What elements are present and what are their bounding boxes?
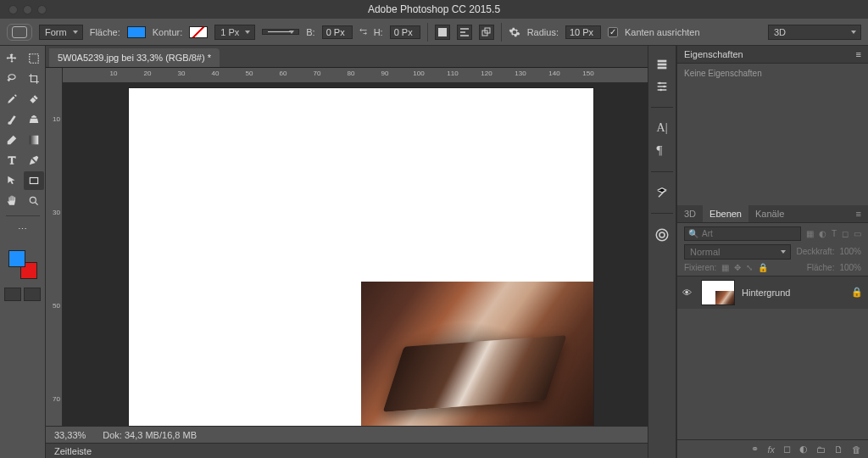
adjustments-panel-icon[interactable] bbox=[655, 80, 669, 93]
brush-tool[interactable] bbox=[2, 110, 22, 129]
eraser-tool[interactable] bbox=[2, 131, 22, 149]
edit-toolbar-button[interactable]: ⋯ bbox=[13, 220, 33, 238]
mode-dropdown[interactable]: Form bbox=[39, 25, 83, 40]
horizontal-ruler[interactable]: 1020 3040 5060 7080 90100 110120 130140 … bbox=[63, 68, 648, 83]
marquee-tool[interactable] bbox=[24, 49, 44, 68]
filter-type-icon[interactable]: T bbox=[832, 229, 837, 238]
layer-name[interactable]: Hintergrund bbox=[742, 288, 844, 298]
hand-tool[interactable] bbox=[2, 192, 22, 210]
timeline-panel-header[interactable]: Zeitleiste bbox=[46, 443, 648, 458]
document-tab-bar: 5W0A5239.jpg bei 33,3% (RGB/8#) * bbox=[46, 46, 648, 68]
blend-mode-dropdown[interactable]: Normal bbox=[684, 244, 791, 260]
lasso-tool[interactable] bbox=[2, 70, 22, 88]
clone-stamp-tool[interactable] bbox=[24, 110, 44, 129]
fill-swatch[interactable] bbox=[127, 26, 146, 38]
libraries-panel-icon[interactable] bbox=[654, 227, 670, 243]
zoom-level[interactable]: 33,33% bbox=[54, 430, 86, 440]
shape-width-input[interactable]: 0 Px bbox=[322, 25, 353, 39]
link-wh-icon[interactable]: ⥃ bbox=[359, 26, 367, 37]
height-label: H: bbox=[374, 27, 383, 37]
lock-artboard-icon[interactable]: ⤡ bbox=[746, 263, 753, 272]
radius-label: Radius: bbox=[527, 27, 559, 37]
stroke-width-dropdown[interactable]: 1 Px bbox=[214, 25, 255, 40]
stroke-swatch[interactable] bbox=[189, 26, 208, 38]
svg-point-9 bbox=[659, 82, 661, 85]
layer-row[interactable]: 👁 Hintergrund 🔒 bbox=[677, 276, 868, 309]
link-layers-icon[interactable]: ⚭ bbox=[751, 444, 759, 455]
path-arrangement-button[interactable] bbox=[479, 25, 494, 40]
timeline-label: Zeitleiste bbox=[54, 446, 92, 456]
new-layer-icon[interactable]: 🗋 bbox=[834, 444, 843, 455]
layer-mask-icon[interactable]: ◻ bbox=[783, 444, 791, 455]
lock-icon[interactable]: 🔒 bbox=[851, 287, 863, 298]
svg-rect-3 bbox=[29, 136, 38, 145]
svg-rect-4 bbox=[30, 178, 37, 184]
zoom-tool[interactable] bbox=[24, 192, 44, 210]
paragraph-panel-icon[interactable]: ¶ bbox=[657, 143, 668, 158]
document-canvas[interactable] bbox=[129, 88, 593, 426]
move-tool[interactable] bbox=[2, 49, 22, 68]
collapsed-panel-dock: A| ¶ bbox=[648, 46, 676, 458]
layer-style-icon[interactable]: fx bbox=[767, 444, 775, 455]
svg-point-12 bbox=[656, 229, 668, 241]
rectangle-tool[interactable] bbox=[24, 171, 44, 190]
right-panel-group: Eigenschaften ≡ Keine Eigenschaften 3D E… bbox=[676, 46, 868, 458]
foreground-background-colors[interactable] bbox=[8, 250, 37, 279]
delete-layer-icon[interactable]: 🗑 bbox=[852, 444, 861, 455]
shape-height-input[interactable]: 0 Px bbox=[390, 25, 420, 39]
document-size[interactable]: Dok: 34,3 MB/16,8 MB bbox=[103, 430, 197, 440]
tab-3d[interactable]: 3D bbox=[677, 205, 703, 222]
canvas[interactable] bbox=[63, 83, 648, 426]
visibility-toggle-icon[interactable]: 👁 bbox=[682, 288, 694, 298]
history-panel-icon[interactable] bbox=[655, 58, 669, 71]
layers-panel-tabs: 3D Ebenen Kanäle ≡ bbox=[677, 205, 868, 223]
character-panel-icon[interactable]: A| bbox=[657, 121, 668, 135]
group-icon[interactable]: 🗀 bbox=[816, 444, 826, 455]
opacity-value[interactable]: 100% bbox=[839, 247, 861, 256]
tool-preset-picker[interactable] bbox=[7, 24, 32, 41]
layers-panel-menu-icon[interactable]: ≡ bbox=[849, 205, 868, 222]
layer-thumbnail[interactable] bbox=[701, 280, 735, 305]
fill-opacity-value[interactable]: 100% bbox=[839, 263, 861, 272]
app-title: Adobe Photoshop CC 2015.5 bbox=[0, 3, 868, 15]
standard-mode-button[interactable] bbox=[4, 288, 21, 301]
settings-gear-icon[interactable] bbox=[509, 26, 520, 38]
foreground-color-swatch[interactable] bbox=[8, 250, 25, 267]
filter-smart-icon[interactable]: ▭ bbox=[854, 229, 861, 238]
filter-shape-icon[interactable]: ◻ bbox=[842, 229, 849, 238]
document-tab[interactable]: 5W0A5239.jpg bei 33,3% (RGB/8#) * bbox=[49, 48, 220, 67]
properties-panel-header[interactable]: Eigenschaften ≡ bbox=[677, 46, 868, 64]
align-edges-label: Kanten ausrichten bbox=[625, 27, 700, 37]
pen-tool[interactable] bbox=[24, 151, 44, 170]
modify-panel-icon[interactable] bbox=[655, 186, 669, 199]
workspace-switcher[interactable]: 3D bbox=[768, 25, 861, 40]
healing-brush-tool[interactable] bbox=[24, 90, 44, 109]
path-alignment-button[interactable] bbox=[457, 25, 472, 40]
tab-channels[interactable]: Kanäle bbox=[748, 205, 791, 222]
lock-pixels-icon[interactable]: ▦ bbox=[721, 263, 729, 272]
path-selection-tool[interactable] bbox=[2, 171, 22, 190]
tab-layers[interactable]: Ebenen bbox=[703, 205, 748, 222]
stroke-label: Kontur: bbox=[153, 27, 182, 37]
align-edges-checkbox[interactable] bbox=[608, 27, 618, 37]
filter-pixel-icon[interactable]: ▦ bbox=[806, 229, 814, 238]
radius-input[interactable]: 10 Px bbox=[565, 25, 601, 39]
adjustment-layer-icon[interactable]: ◐ bbox=[799, 444, 808, 455]
type-tool[interactable] bbox=[2, 151, 22, 170]
panel-menu-icon[interactable]: ≡ bbox=[856, 49, 861, 59]
stroke-style-dropdown[interactable] bbox=[262, 29, 299, 35]
options-bar: Form Fläche: Kontur: 1 Px B: 0 Px ⥃ H: 0… bbox=[0, 19, 868, 46]
gradient-tool[interactable] bbox=[24, 131, 44, 149]
svg-point-13 bbox=[659, 232, 665, 237]
opacity-label: Deckkraft: bbox=[796, 247, 834, 256]
lock-all-icon[interactable]: 🔒 bbox=[758, 263, 768, 272]
filter-adjust-icon[interactable]: ◐ bbox=[819, 229, 826, 238]
layer-filter-input[interactable]: 🔍 Art bbox=[684, 226, 801, 241]
svg-point-11 bbox=[659, 89, 662, 92]
path-operations-button[interactable] bbox=[435, 25, 450, 40]
crop-tool[interactable] bbox=[24, 70, 44, 88]
quick-mask-button[interactable] bbox=[24, 288, 41, 301]
vertical-ruler[interactable]: 10 30 50 70 bbox=[46, 68, 63, 426]
lock-position-icon[interactable]: ✥ bbox=[734, 263, 741, 272]
eyedropper-tool[interactable] bbox=[2, 90, 22, 109]
